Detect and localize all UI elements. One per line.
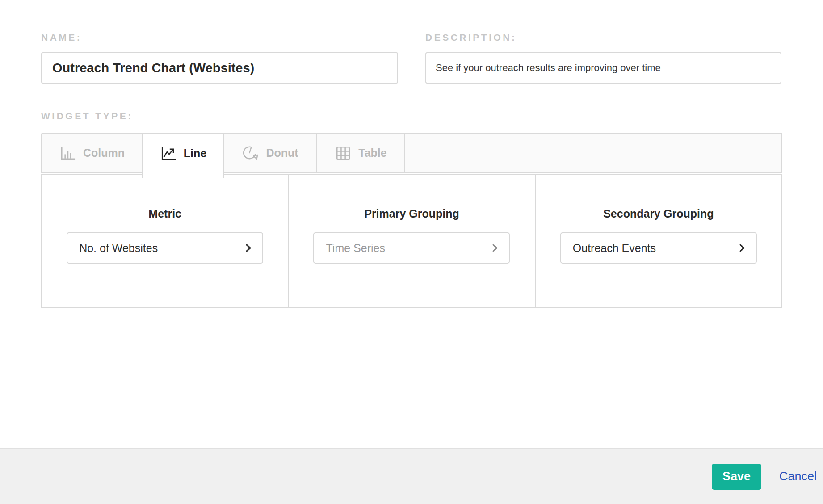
tab-donut[interactable]: Donut xyxy=(224,133,317,173)
cancel-button[interactable]: Cancel xyxy=(779,470,817,483)
tabs-filler xyxy=(405,133,782,173)
description-input[interactable] xyxy=(425,52,781,84)
metric-selector[interactable]: No. of Websites xyxy=(67,232,263,264)
primary-grouping-selector[interactable]: Time Series xyxy=(313,232,510,264)
widget-editor-dialog: NAME: DESCRIPTION: WIDGET TYPE: Column xyxy=(0,0,823,504)
description-label: DESCRIPTION: xyxy=(425,32,517,43)
panel-secondary-grouping: Secondary Grouping Outreach Events xyxy=(536,175,781,307)
panel-metric: Metric No. of Websites xyxy=(42,175,289,307)
selector-value: Time Series xyxy=(326,242,385,255)
column-chart-icon xyxy=(59,146,76,161)
dialog-footer: Save Cancel xyxy=(0,448,823,504)
tab-label: Line xyxy=(184,147,206,160)
chevron-right-icon xyxy=(490,243,500,253)
widget-config-panels: Metric No. of Websites Primary Grouping … xyxy=(41,174,782,308)
selector-value: Outreach Events xyxy=(573,242,656,255)
panel-primary-grouping: Primary Grouping Time Series xyxy=(289,175,535,307)
tab-label: Table xyxy=(358,147,386,160)
tab-column[interactable]: Column xyxy=(41,133,143,173)
tab-table[interactable]: Table xyxy=(317,133,405,173)
name-input[interactable] xyxy=(41,52,398,84)
selector-value: No. of Websites xyxy=(79,242,158,255)
tab-label: Donut xyxy=(266,147,298,160)
widget-type-label: WIDGET TYPE: xyxy=(41,111,133,122)
name-label: NAME: xyxy=(41,32,82,43)
save-button[interactable]: Save xyxy=(712,464,761,490)
chevron-right-icon xyxy=(737,243,747,253)
secondary-grouping-selector[interactable]: Outreach Events xyxy=(560,232,757,264)
tab-label: Column xyxy=(83,147,125,160)
tab-line[interactable]: Line xyxy=(142,133,224,178)
widget-type-tabs: Column Line Donut xyxy=(41,133,782,173)
chevron-right-icon xyxy=(244,243,253,253)
panel-heading: Primary Grouping xyxy=(289,207,534,220)
line-chart-icon xyxy=(160,146,177,161)
table-icon xyxy=(335,146,352,161)
panel-heading: Metric xyxy=(42,207,288,220)
panel-heading: Secondary Grouping xyxy=(536,207,781,220)
donut-chart-icon xyxy=(242,145,259,161)
